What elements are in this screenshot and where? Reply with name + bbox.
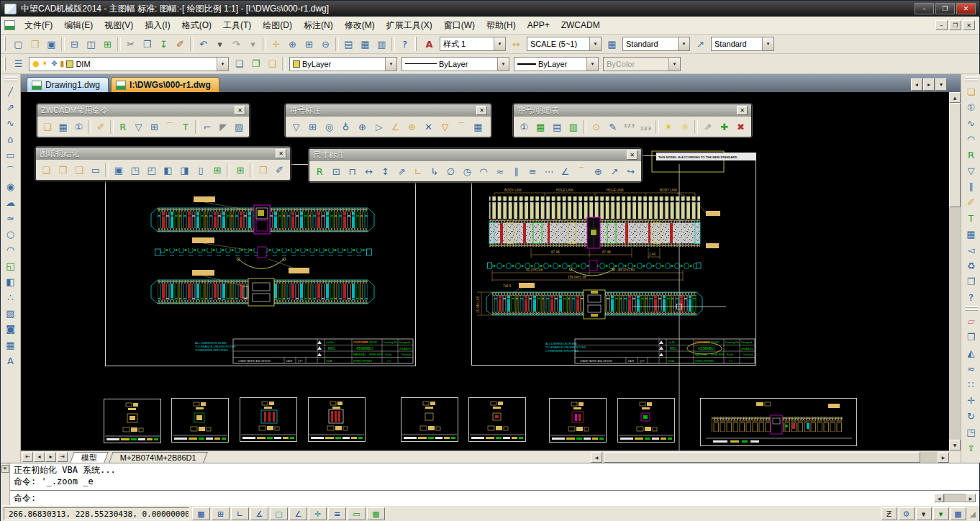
baseline-dimension-button[interactable]: ≡ bbox=[525, 163, 541, 179]
offset-button[interactable]: ≈ bbox=[963, 361, 980, 376]
zoom-window-button[interactable]: ⊞ bbox=[301, 36, 317, 52]
menu-item[interactable]: 插入(I) bbox=[139, 17, 176, 35]
text-style-combo[interactable]: 样式 1 ▼ bbox=[440, 37, 506, 51]
menu-item[interactable]: ZWCADM bbox=[555, 17, 606, 33]
copy-object-button[interactable]: ❐ bbox=[963, 329, 980, 345]
bom-table-button[interactable]: ▦ bbox=[963, 226, 980, 242]
menu-item[interactable]: 视图(V) bbox=[99, 17, 139, 35]
reorder-balloons-button[interactable]: ₁₂₃ bbox=[638, 119, 654, 135]
slope-symbol-button[interactable]: ∠ bbox=[387, 119, 404, 135]
feature-tolerance-button[interactable]: ⊞ bbox=[304, 119, 321, 135]
redo-list-button[interactable]: ▾ bbox=[245, 36, 261, 52]
region-button[interactable]: ◙ bbox=[2, 321, 19, 337]
text-annotation-button[interactable]: T bbox=[963, 210, 980, 226]
copy-button[interactable]: ❐ bbox=[139, 36, 155, 52]
part-balloon-button[interactable]: ① bbox=[516, 119, 532, 135]
next-layout-button[interactable]: ▸ bbox=[45, 452, 56, 462]
renumber-balloons-button[interactable]: ¹²³ bbox=[621, 119, 638, 135]
dimension-edit-button[interactable]: ↪ bbox=[622, 163, 639, 179]
datum-symbol-button[interactable]: ◎ bbox=[321, 119, 337, 135]
tab-model[interactable]: 模型 bbox=[70, 452, 108, 463]
frame-vertical-button[interactable]: ▯ bbox=[193, 162, 209, 178]
arc-length-dimension-button[interactable]: ⌒ bbox=[573, 163, 590, 179]
move-button[interactable]: ✛ bbox=[963, 392, 980, 408]
oblique-dimension-button[interactable]: ∥ bbox=[508, 163, 525, 179]
bom-cell-edit-button[interactable]: ✎ bbox=[604, 119, 621, 135]
polygon-button[interactable]: ⌂ bbox=[2, 131, 19, 147]
chamfer-dimension-button[interactable]: ◤ bbox=[215, 119, 231, 135]
menu-item[interactable]: 格式(O) bbox=[176, 17, 217, 35]
spline-button[interactable]: ≈ bbox=[2, 210, 19, 226]
vscroll-thumb[interactable] bbox=[949, 103, 961, 207]
delete-annotation-button[interactable]: ♻ bbox=[963, 258, 980, 273]
vertical-scrollbar[interactable]: ▲ ▼ bbox=[949, 74, 961, 463]
linear-dimension-button[interactable]: ↔ bbox=[360, 163, 377, 179]
mdi-minimize-button[interactable]: – bbox=[935, 20, 948, 30]
chevron-down-icon[interactable]: ▼ bbox=[385, 58, 396, 71]
remove-balloon-button[interactable]: ✖ bbox=[732, 119, 749, 135]
print-preview-button[interactable]: ◫ bbox=[83, 36, 99, 52]
chevron-down-icon[interactable]: ▼ bbox=[497, 58, 509, 71]
scroll-up-button[interactable]: ▲ bbox=[949, 92, 961, 103]
frame-add-alt-button[interactable]: ⊞ bbox=[232, 162, 248, 178]
toolbar-grip[interactable] bbox=[965, 76, 978, 81]
angular-dimension-button[interactable]: ∠ bbox=[557, 163, 573, 179]
frame-sub-button[interactable]: ◰ bbox=[143, 162, 160, 178]
command-scrollbar[interactable]: ◀ ▶ bbox=[934, 494, 976, 502]
scroll-right-button[interactable]: ▶ bbox=[966, 494, 976, 502]
intersection-symbol-button[interactable]: ✕ bbox=[420, 119, 437, 135]
frame-title-top-button[interactable]: ◧ bbox=[160, 162, 176, 178]
osnap-toggle-button[interactable]: ▢ bbox=[270, 507, 288, 520]
hscroll-track[interactable] bbox=[602, 452, 938, 463]
insert-balloon-button[interactable]: ✚ bbox=[716, 119, 732, 135]
datum-target-button[interactable]: ♁ bbox=[337, 119, 354, 135]
paste-button[interactable]: ↧ bbox=[155, 36, 172, 52]
design-center-button[interactable]: ▦ bbox=[357, 36, 373, 52]
command-prompt[interactable]: 命令: bbox=[14, 492, 36, 504]
roughness-leader-button[interactable]: ▽ bbox=[437, 119, 453, 135]
palette-titlebar[interactable]: 尺寸标注 ✕ bbox=[309, 149, 641, 161]
polyline-button[interactable]: ∿ bbox=[2, 115, 19, 131]
close-icon[interactable]: ✕ bbox=[737, 106, 748, 115]
centerline-button[interactable]: ⌒ bbox=[453, 119, 470, 135]
close-icon[interactable]: ✕ bbox=[1, 465, 9, 473]
chevron-down-icon[interactable]: ▼ bbox=[494, 37, 505, 50]
sheet-settings-button[interactable]: ❏ bbox=[963, 83, 980, 99]
chevron-down-icon[interactable]: ▼ bbox=[217, 58, 228, 71]
construction-line-button[interactable]: ⇗ bbox=[2, 99, 19, 115]
centerline-button[interactable]: ⌒ bbox=[162, 119, 178, 135]
snap-toggle-button[interactable]: ▦ bbox=[192, 507, 210, 520]
frame-insert-button[interactable]: ▭ bbox=[88, 162, 104, 178]
plot-settings-button[interactable]: ⊞ bbox=[99, 36, 116, 52]
section-hatch-button[interactable]: ▨ bbox=[231, 119, 247, 135]
linetype-combo[interactable]: ByLayer ▼ bbox=[401, 57, 509, 71]
section-symbol-button[interactable]: ∥ bbox=[963, 178, 980, 194]
prev-layout-button[interactable]: ◂ bbox=[34, 452, 45, 462]
zoom-realtime-button[interactable]: ⊕ bbox=[284, 36, 301, 52]
tab-drawing1[interactable]: Drawing1.dwg bbox=[27, 77, 109, 92]
new-file-button[interactable]: ▢ bbox=[10, 36, 27, 52]
close-button[interactable]: ✕ bbox=[956, 3, 976, 14]
leader-dimension-button[interactable]: ↳ bbox=[426, 163, 443, 179]
technical-requirements-button[interactable]: ◅ bbox=[963, 242, 980, 258]
grid-table-button[interactable]: ▦ bbox=[470, 119, 486, 135]
menu-item[interactable]: APP+ bbox=[522, 17, 555, 33]
table-style-icon-button[interactable]: ▦ bbox=[604, 36, 620, 52]
part-balloon-button[interactable]: ① bbox=[71, 119, 87, 135]
save-file-button[interactable]: ▣ bbox=[43, 36, 60, 52]
otrack-toggle-button[interactable]: ∠ bbox=[289, 507, 307, 520]
color-combo[interactable]: ByLayer ▼ bbox=[289, 57, 397, 71]
radius-dimension-button[interactable]: ◷ bbox=[459, 163, 476, 179]
scroll-left-button[interactable]: ◀ bbox=[591, 452, 602, 463]
frame-title-bottom-button[interactable]: ◨ bbox=[176, 162, 193, 178]
first-layout-button[interactable]: ⇤ bbox=[22, 452, 33, 462]
tool-palettes-button[interactable]: ▥ bbox=[373, 36, 390, 52]
chevron-down-icon[interactable]: ▼ bbox=[589, 37, 601, 50]
close-icon[interactable]: ✕ bbox=[627, 150, 638, 160]
cleanup-button[interactable]: ✐ bbox=[963, 194, 980, 210]
elevation-symbol-button[interactable]: ⊕ bbox=[354, 119, 371, 135]
sheet-config-button[interactable]: ❑ bbox=[71, 162, 88, 178]
sheet-new-button[interactable]: ❏ bbox=[38, 162, 55, 178]
menu-item[interactable]: 编辑(E) bbox=[58, 17, 99, 35]
print-button[interactable]: ⊟ bbox=[66, 36, 83, 52]
